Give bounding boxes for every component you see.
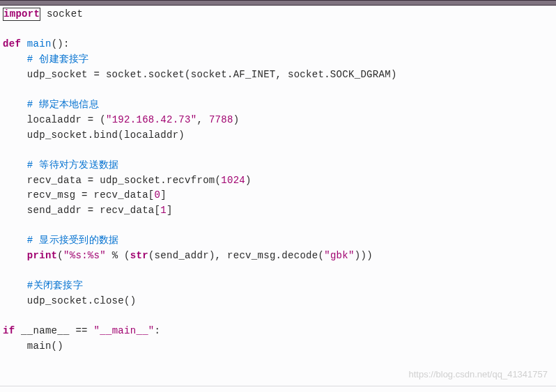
name-eq: __name__ ==: [15, 325, 93, 336]
builtin-str: str: [130, 250, 148, 261]
blank-line: [3, 82, 553, 97]
code-line: if __name__ == "__main__":: [3, 324, 553, 339]
code-line: print("%s:%s" % (str(send_addr), recv_ms…: [3, 249, 553, 264]
module-socket: socket: [40, 8, 83, 19]
recvfrom-call: recv_data = udp_socket.recvfrom(: [3, 175, 221, 186]
code-close: udp_socket.close(): [3, 295, 136, 306]
builtin-print: print: [27, 250, 58, 261]
blank-line: [3, 22, 553, 38]
args-decode: (send_addr), recv_msg.decode(: [148, 250, 324, 261]
close-bracket: ]: [167, 205, 173, 216]
comment-wait-data: # 等待对方发送数据: [27, 159, 119, 171]
window-top-border: [0, 0, 556, 6]
code-create-socket: udp_socket = socket.socket(socket.AF_INE…: [3, 69, 397, 80]
indent: [3, 280, 27, 291]
send-addr-index: send_addr = recv_data[: [3, 205, 160, 216]
indent: [3, 250, 27, 261]
open-paren: (: [57, 250, 63, 261]
comment-bind-local: # 绑定本地信息: [27, 99, 99, 110]
recv-msg-index: recv_msg = recv_data[: [3, 189, 155, 201]
comma: ,: [196, 114, 208, 125]
indent: [3, 235, 27, 246]
code-line: #关闭套接字: [3, 279, 553, 294]
code-line: # 绑定本地信息: [3, 97, 553, 113]
keyword-if: if: [3, 325, 15, 336]
code-line: send_addr = recv_data[1]: [3, 203, 553, 219]
string-main: "__main__": [94, 325, 155, 336]
blank-line: [3, 219, 553, 234]
number-zero: 0: [155, 189, 161, 201]
close-paren: ): [245, 175, 252, 186]
comment-show-data: # 显示接受到的数据: [27, 235, 119, 246]
code-line: udp_socket.close(): [3, 294, 553, 309]
indent: [3, 99, 27, 110]
keyword-def: def: [3, 38, 21, 49]
keyword-import: import: [3, 8, 40, 19]
code-line: # 显示接受到的数据: [3, 233, 553, 249]
call-main: main(): [3, 340, 63, 352]
code-line: localaddr = ("192.168.42.73", 7788): [3, 113, 553, 128]
code-line: udp_socket.bind(localaddr): [3, 128, 553, 143]
blank-line: [3, 143, 553, 158]
close-bracket: ]: [160, 189, 167, 201]
indent: [3, 159, 27, 171]
code-line: import socket: [3, 7, 553, 22]
close-paren: ): [233, 114, 240, 125]
string-format: "%s:%s": [63, 250, 106, 261]
comment-close-socket: #关闭套接字: [27, 280, 83, 291]
blank-line: [3, 309, 553, 324]
indent: [3, 54, 27, 65]
code-bind: udp_socket.bind(localaddr): [3, 130, 185, 141]
string-ip: "192.168.42.73": [106, 114, 197, 125]
code-line: # 创建套接字: [3, 52, 553, 68]
number-one: 1: [160, 205, 167, 216]
function-name-main: main: [21, 38, 52, 49]
number-bufsize: 1024: [221, 175, 245, 186]
code-editor[interactable]: import socket def main(): # 创建套接字 udp_so…: [0, 6, 556, 356]
cursor-block: import: [3, 8, 40, 21]
colon: :: [155, 325, 161, 336]
code-line: # 等待对方发送数据: [3, 158, 553, 173]
close-parens: ))): [355, 250, 373, 261]
code-line: udp_socket = socket.socket(socket.AF_INE…: [3, 68, 553, 83]
percent-paren: % (: [106, 250, 130, 261]
blank-line: [3, 264, 553, 279]
number-port: 7788: [209, 114, 233, 125]
paren-colon: ():: [52, 38, 70, 49]
comment-create-socket: # 创建套接字: [27, 54, 89, 65]
code-line: recv_data = udp_socket.recvfrom(1024): [3, 173, 553, 189]
code-line: recv_msg = recv_data[0]: [3, 188, 553, 203]
string-gbk: "gbk": [324, 250, 355, 261]
localaddr-assign: localaddr = (: [3, 114, 106, 125]
code-line: main(): [3, 339, 553, 354]
code-line: def main():: [3, 37, 553, 52]
watermark-text: https://blog.csdn.net/qq_41341757: [409, 369, 548, 379]
bottom-divider: [0, 386, 556, 386]
